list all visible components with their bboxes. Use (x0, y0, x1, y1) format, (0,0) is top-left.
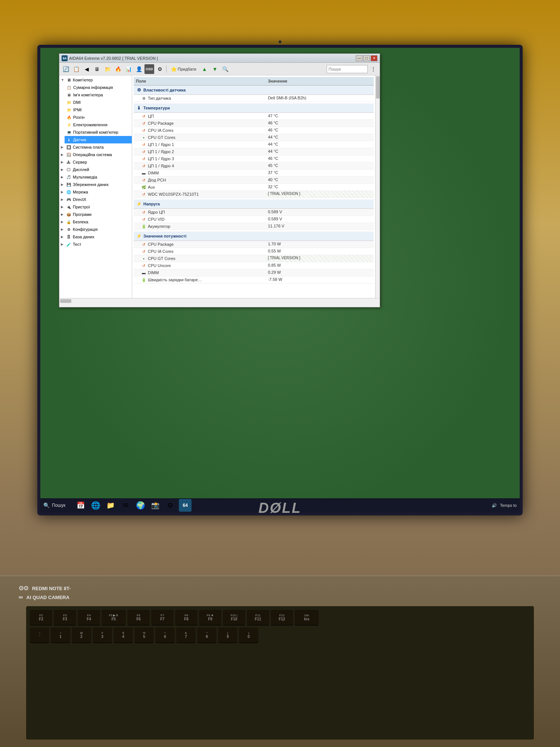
fire-button[interactable]: 🔥 (113, 64, 123, 74)
battery-voltage-icon: 🔋 (141, 224, 146, 229)
row-cpu-uncore-power: ↺ CPU Uncore 0.85 W (134, 262, 374, 269)
purchase-button[interactable]: ⭐ Придбати (168, 64, 199, 74)
search-button[interactable]: 🔍 (221, 64, 230, 74)
key-f3[interactable]: F3 F3 (54, 610, 76, 626)
sidebar-item-computer[interactable]: ▼ 🖥 Комп'ютер (59, 76, 132, 84)
key-5[interactable]: % 5 (134, 627, 154, 643)
taskbar-search[interactable]: 🔍 Пошук (43, 502, 65, 508)
section-power: ⚡ Значення потужності (134, 232, 374, 241)
sidebar-item-security[interactable]: ▶ 🔒 Безпека (59, 218, 132, 226)
sidebar-item-ipmi[interactable]: 📁 IPMI (65, 106, 132, 114)
settings-button[interactable]: ⚙ (155, 64, 165, 74)
search-input[interactable] (327, 65, 368, 73)
close-button[interactable]: ✕ (371, 55, 377, 61)
key-tilde[interactable]: ~ ` (30, 627, 49, 643)
key-del[interactable]: Del Ins (295, 610, 319, 626)
sidebar-item-database[interactable]: ▶ 🗄 База даних (59, 233, 132, 241)
row-cpu-core-voltage: ↺ Ядро ЦП 0.589 V (134, 209, 374, 216)
col-field-header: Поле (134, 78, 266, 84)
sidebar-item-os[interactable]: ▶ 🪟 Операційна система (59, 151, 132, 158)
refresh-button[interactable]: 🔄 (61, 64, 71, 74)
core2-temp-icon: ↺ (141, 149, 146, 154)
keyboard-area: ⊙⊙ REDMI NOTE 8T- ∞ AI QUAD CAMERA F2 F2… (0, 575, 560, 747)
sidebar-item-laptop[interactable]: 💻 Портативний комп'ютер (65, 128, 132, 136)
sidebar-item-directx[interactable]: ▶ 🎮 DirectX (59, 196, 132, 203)
horizontal-scrollbar[interactable] (59, 298, 380, 303)
scrollbar[interactable] (375, 75, 380, 298)
taskbar-app-calendar[interactable]: 📅 (74, 499, 87, 512)
key-f7[interactable]: F7 F7 (151, 610, 174, 626)
folder-button[interactable]: 📁 (103, 64, 112, 74)
back-button[interactable]: ◀ (82, 64, 91, 74)
key-f5[interactable]: F5 ▶⏸ F5 (102, 610, 126, 626)
row-cpu-package-power: ↺ CPU Package 1.70 W (134, 241, 374, 248)
cpu-gt-cores-power-icon: ▪ (141, 256, 146, 261)
dell-logo: DØLL (258, 500, 301, 516)
sidebar-item-display[interactable]: ▶ 🖵 Дисплей (59, 166, 132, 173)
taskbar-app-photos[interactable]: 📸 (149, 499, 162, 512)
taskbar-app-edge[interactable]: 🌐 (89, 499, 102, 512)
key-f8[interactable]: F8 F8 (175, 610, 197, 626)
row-aux-temp: 🌿 Aux 32 °C (134, 184, 374, 191)
taskbar-app-mail[interactable]: ✉ (119, 499, 132, 512)
key-0[interactable]: ) 0 (239, 627, 258, 643)
key-6[interactable]: ^ 6 (155, 627, 175, 643)
key-f6[interactable]: F6 F6 (127, 610, 150, 626)
taskbar-app-aida64[interactable]: 64 (179, 499, 192, 512)
key-f11[interactable]: F11 F11 (247, 610, 269, 626)
row-cpu-vid-voltage: ↺ CPU VID 0.589 V (134, 216, 374, 223)
sidebar-item-software[interactable]: ▶ 📦 Програми (59, 211, 132, 218)
osd-button[interactable]: OSD (144, 64, 154, 74)
sidebar-item-computername[interactable]: 🖥 Ім'я комп'ютера (65, 91, 132, 99)
minimize-button[interactable]: — (356, 55, 363, 61)
sensor-props-icon: ⚙ (136, 87, 142, 93)
sidebar-item-storage[interactable]: ▶ 💾 Збереження даних (59, 181, 132, 188)
screen-area: 64 AIDA64 Extreme v7.20.6802 [ TRIAL VER… (37, 45, 523, 515)
scrollbar-thumb[interactable] (376, 76, 380, 99)
monitor-button[interactable]: 🖥 (92, 64, 102, 74)
sidebar-item-test[interactable]: ▶ 🧪 Тест (59, 241, 132, 248)
key-f10[interactable]: F10 ( F10 (223, 610, 245, 626)
key-f9[interactable]: F9 ★ F9 (199, 610, 221, 626)
sidebar-item-network[interactable]: ▶ 🌐 Мережа (59, 188, 132, 196)
h-scrollbar-thumb[interactable] (60, 299, 71, 303)
cpu-package-power-icon: ↺ (141, 242, 146, 247)
cpu-vid-voltage-icon: ↺ (141, 217, 146, 222)
key-8[interactable]: * 8 (197, 627, 217, 643)
key-1[interactable]: ! 1 (51, 627, 70, 643)
key-3[interactable]: # 3 (93, 627, 112, 643)
maximize-button[interactable]: □ (363, 55, 370, 61)
key-2[interactable]: @ 2 (72, 627, 91, 643)
key-7[interactable]: & 7 (176, 627, 196, 643)
row-core3-temp: ↺ ЦП 1 / Ядро 3 46 °C (134, 155, 374, 162)
sidebar-item-sysboard[interactable]: ▶ 🔲 Системна плата (59, 143, 132, 151)
row-core4-temp: ↺ ЦП 1 / Ядро 4 45 °C (134, 162, 374, 170)
more-options-button[interactable]: ⋮ (368, 64, 378, 74)
sidebar-item-devices[interactable]: ▶ 🔌 Пристрої (59, 203, 132, 211)
taskbar-app-explorer[interactable]: 📁 (104, 499, 117, 512)
key-9[interactable]: ( 9 (218, 627, 237, 643)
sidebar-item-server[interactable]: ▶ 🖧 Сервер (59, 158, 132, 166)
cpu-uncore-power-icon: ↺ (141, 263, 146, 268)
key-4[interactable]: $ 4 (113, 627, 133, 643)
sidebar-item-sensor[interactable]: 🌡 Датчик (65, 136, 132, 143)
taskbar-app-chrome[interactable]: 🌍 (134, 499, 147, 512)
arrow-down-button[interactable]: ▼ (210, 64, 220, 74)
sidebar-item-dmi[interactable]: 📁 DMI (65, 99, 132, 106)
key-f2[interactable]: F2 F2 (30, 610, 52, 626)
sidebar-item-multimedia[interactable]: ▶ 🎵 Мультимедіа (59, 173, 132, 181)
brand-line2: ∞ AI QUAD CAMERA (19, 593, 71, 602)
key-f4[interactable]: F4 F4 (78, 610, 100, 626)
sidebar-item-overclock[interactable]: 🔥 Розгін (65, 114, 132, 121)
sidebar-item-config[interactable]: ▶ ⚙ Конфігурація (59, 226, 132, 233)
sidebar-item-power[interactable]: ⚡ Електроживлення (65, 121, 132, 128)
report-button[interactable]: 📊 (124, 64, 133, 74)
sidebar-item-summary[interactable]: 📋 Сумарна інформація (65, 84, 132, 91)
arrow-up-button[interactable]: ▲ (200, 64, 209, 74)
taskbar-right-label: 🔊 (492, 503, 497, 508)
taskbar-app-settings[interactable]: ⚙ (164, 499, 177, 512)
key-f12[interactable]: F12 F12 (271, 610, 293, 626)
toolbar-separator (166, 65, 167, 73)
person-button[interactable]: 👤 (134, 64, 144, 74)
copy-button[interactable]: 📋 (71, 64, 81, 74)
